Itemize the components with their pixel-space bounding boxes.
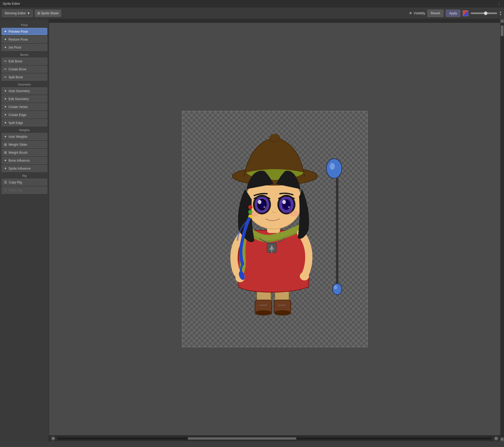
edit-bone-button[interactable]: ✂ Edit Bone [2, 58, 47, 65]
create-vertex-label: Create Vertex [8, 105, 28, 109]
set-pivot-label: Set Pivot [8, 46, 21, 49]
paste-rig-label: Paste Rig [9, 188, 23, 192]
scroll-right-button[interactable]: ▶ [494, 437, 498, 440]
arrow-down-icon: ▼ [499, 13, 502, 16]
weight-brush-label: Weight Brush [8, 151, 28, 154]
bone-influence-icon: ✦ [4, 158, 7, 162]
weight-brush-icon: ⊞ [4, 151, 7, 154]
sprite-influence-button[interactable]: ✦ Sprite Influence [2, 165, 47, 172]
svg-point-11 [255, 310, 272, 315]
bone-influence-label: Bone Influence [8, 159, 30, 162]
preview-pose-icon: ✦ [4, 29, 7, 33]
staff-group [326, 159, 342, 295]
svg-point-30 [258, 200, 261, 204]
auto-weights-button[interactable]: ✦ Auto Weights [2, 133, 47, 140]
create-vertex-button[interactable]: ✦ Create Vertex [2, 103, 47, 110]
bone-influence-button[interactable]: ✦ Bone Influence [2, 157, 47, 164]
preview-pose-button[interactable]: ✦ Preview Pose [2, 28, 47, 35]
paste-rig-icon: ☰ [4, 188, 7, 192]
title-bar-title: Sprite Editor [3, 2, 20, 6]
edit-bone-icon: ✂ [4, 59, 7, 63]
svg-point-1 [329, 163, 334, 170]
svg-point-4 [334, 285, 337, 290]
v-scrollbar-thumb [501, 25, 503, 36]
svg-point-3 [332, 283, 342, 295]
main-layout: Pose ✦ Preview Pose ✦ Restore Pose ✦ Set… [0, 19, 504, 441]
copy-rig-button[interactable]: ☰ Copy Rig [2, 179, 47, 186]
dropdown-arrow-icon: ▼ [27, 11, 30, 15]
create-bone-icon: ✂ [4, 67, 7, 71]
weight-slider-label: Weight Slider [8, 143, 27, 147]
title-bar-menu-icon[interactable]: ⋮ [497, 1, 501, 6]
visibility-icon: 👁 [409, 11, 412, 15]
h-scrollbar-track[interactable] [58, 437, 492, 440]
scrollbar-right: ▲ ▼ [500, 19, 504, 441]
section-label-geometry: Geometry [2, 83, 47, 86]
svg-point-14 [300, 272, 309, 280]
scroll-left-button[interactable]: ◀ [51, 437, 55, 440]
svg-point-36 [282, 200, 286, 204]
h-scrollbar-thumb [188, 437, 296, 440]
auto-geometry-icon: ✦ [4, 89, 7, 93]
section-label-weights: Weights [2, 128, 47, 132]
v-scrollbar-track[interactable] [500, 23, 504, 437]
svg-point-31 [263, 206, 266, 208]
scroll-arrows[interactable]: ▲ ▼ [499, 11, 502, 16]
svg-point-38 [248, 210, 259, 217]
restore-pose-label: Restore Pose [8, 38, 28, 41]
split-bone-label: Split Bone [8, 75, 23, 79]
svg-rect-2 [336, 178, 338, 287]
create-bone-button[interactable]: ✂ Create Bone [2, 66, 47, 73]
svg-point-21 [270, 134, 280, 142]
create-bone-label: Create Bone [8, 67, 26, 71]
sprite-canvas[interactable] [182, 111, 368, 347]
title-bar: Sprite Editor ⋮ [0, 0, 504, 7]
auto-geometry-label: Auto Geometry [8, 89, 30, 93]
visibility-control: 👁 Visibility [409, 11, 425, 15]
create-vertex-icon: ✦ [4, 105, 7, 109]
apply-button[interactable]: Apply [446, 10, 460, 17]
split-edge-button[interactable]: ✦ Split Edge [2, 119, 47, 126]
sprite-image [185, 114, 365, 345]
sprite-sheet-tab[interactable]: ⊞ Sprite Sheet [35, 10, 61, 17]
section-label-bones: Bones [2, 53, 47, 56]
revert-button[interactable]: Revert [427, 10, 444, 17]
split-bone-icon: ✂ [4, 75, 7, 79]
auto-weights-icon: ✦ [4, 135, 7, 139]
restore-pose-button[interactable]: ✦ Restore Pose [2, 36, 47, 43]
sprite-influence-icon: ✦ [4, 166, 7, 170]
brightness-slider[interactable] [471, 12, 497, 14]
split-edge-icon: ✦ [4, 121, 7, 125]
sprite-sheet-icon: ⊞ [37, 11, 40, 15]
edit-geometry-label: Edit Geometry [8, 97, 29, 101]
edit-geometry-icon: ✦ [4, 97, 7, 101]
auto-geometry-button[interactable]: ✦ Auto Geometry [2, 87, 47, 94]
weight-slider-icon: ⊞ [4, 143, 7, 147]
slider-thumb [484, 11, 488, 15]
weight-brush-button[interactable]: ⊞ Weight Brush [2, 149, 47, 156]
scrollbar-top[interactable] [49, 19, 500, 23]
weight-slider-button[interactable]: ⊞ Weight Slider [2, 141, 47, 148]
visibility-label: Visibility [414, 11, 425, 15]
color-swatch[interactable] [463, 10, 468, 16]
edit-bone-label: Edit Bone [8, 59, 22, 63]
canvas-viewport[interactable] [49, 23, 500, 435]
section-label-pose: Pose [2, 23, 47, 27]
copy-rig-icon: ☰ [4, 180, 7, 184]
scroll-up-button[interactable]: ▲ [500, 19, 504, 23]
create-edge-icon: ✦ [4, 113, 7, 117]
copy-rig-label: Copy Rig [9, 180, 22, 184]
paste-rig-button[interactable]: ☰ Paste Rig [2, 187, 47, 194]
set-pivot-button[interactable]: ✦ Set Pivot [2, 44, 47, 51]
preview-pose-label: Preview Pose [8, 30, 28, 33]
canvas-with-scrollbar: ◀ ▶ ▲ ▼ [49, 19, 504, 441]
edit-geometry-button[interactable]: ✦ Edit Geometry [2, 95, 47, 102]
scroll-down-button[interactable]: ▼ [500, 437, 504, 441]
split-bone-button[interactable]: ✂ Split Bone [2, 74, 47, 81]
toolbar: Skinning Editor ▼ ⊞ Sprite Sheet 👁 Visib… [0, 7, 504, 19]
svg-point-39 [289, 210, 299, 217]
skinning-editor-dropdown[interactable]: Skinning Editor ▼ [2, 10, 33, 17]
svg-point-37 [288, 206, 290, 208]
create-edge-button[interactable]: ✦ Create Edge [2, 111, 47, 118]
create-edge-label: Create Edge [8, 113, 26, 117]
